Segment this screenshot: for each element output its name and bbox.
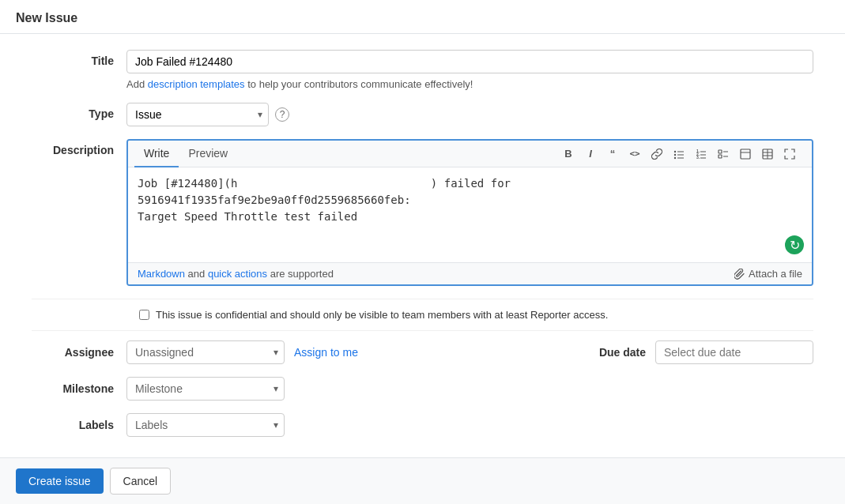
numbered-list-button[interactable]: 1. 2. 3. xyxy=(692,145,711,164)
title-input[interactable] xyxy=(126,50,813,73)
cancel-button[interactable]: Cancel xyxy=(110,468,172,495)
svg-point-1 xyxy=(674,153,676,155)
editor-toolbar: B I “ <> xyxy=(553,141,805,167)
milestone-select[interactable]: Milestone xyxy=(126,377,285,401)
svg-rect-14 xyxy=(719,155,722,158)
description-row: Description Write Preview B I “ <> xyxy=(32,139,813,286)
editor-body: Job [#124480](h ) failed for 5916941f193… xyxy=(128,167,812,262)
assign-to-me-link[interactable]: Assign to me xyxy=(294,346,358,359)
confidential-row: This issue is confidential and should on… xyxy=(32,299,813,331)
labels-select-wrapper: Labels xyxy=(126,413,285,437)
editor-footer-left: Markdown and quick actions are supported xyxy=(138,268,334,280)
type-content: Issue Incident Test Case Task ? xyxy=(126,103,813,126)
editor-footer: Markdown and quick actions are supported… xyxy=(128,262,812,284)
write-tab[interactable]: Write xyxy=(134,141,179,167)
due-date-input[interactable] xyxy=(655,340,813,364)
supported-text: are supported xyxy=(270,268,334,280)
title-label: Title xyxy=(32,50,126,67)
milestone-label: Milestone xyxy=(32,382,126,395)
svg-rect-16 xyxy=(741,149,750,159)
assignee-label: Assignee xyxy=(32,346,126,359)
form-container: Title Add description templates to help … xyxy=(0,34,845,504)
markdown-link[interactable]: Markdown xyxy=(138,268,185,280)
labels-label: Labels xyxy=(32,419,126,431)
and-text: and xyxy=(188,268,208,280)
svg-text:3.: 3. xyxy=(696,155,700,160)
link-button[interactable] xyxy=(647,145,666,164)
confidential-text: This issue is confidential and should on… xyxy=(156,309,608,321)
confidential-checkbox[interactable] xyxy=(139,310,149,320)
title-content: Add description templates to help your c… xyxy=(126,50,813,90)
editor-tab-group: Write Preview xyxy=(134,141,237,167)
editor-header: Write Preview B I “ <> xyxy=(128,141,812,167)
collapsible-button[interactable] xyxy=(736,145,755,164)
paperclip-icon xyxy=(734,269,745,280)
fullscreen-button[interactable] xyxy=(780,145,799,164)
type-label: Type xyxy=(32,103,126,120)
assignee-row: Assignee Unassigned Assign to me Due dat… xyxy=(32,340,813,364)
svg-point-0 xyxy=(674,150,676,152)
description-editor: Write Preview B I “ <> xyxy=(126,139,813,286)
help-icon[interactable]: ? xyxy=(275,107,289,122)
description-label: Description xyxy=(32,139,126,156)
quick-actions-link[interactable]: quick actions xyxy=(208,268,267,280)
type-row-inner: Issue Incident Test Case Task ? xyxy=(126,103,813,126)
description-hint: Add description templates to help your c… xyxy=(126,78,813,90)
preview-tab[interactable]: Preview xyxy=(179,141,237,167)
create-issue-button[interactable]: Create issue xyxy=(16,468,104,494)
svg-rect-12 xyxy=(719,150,722,153)
code-button[interactable]: <> xyxy=(625,145,644,164)
attach-file-button[interactable]: Attach a file xyxy=(734,268,802,280)
labels-content: Labels xyxy=(126,413,813,437)
italic-button[interactable]: I xyxy=(581,145,600,164)
type-select-wrapper: Issue Incident Test Case Task xyxy=(126,103,269,126)
due-date-section: Due date xyxy=(599,340,813,364)
assignee-content: Unassigned Assign to me xyxy=(126,340,568,364)
bullet-list-button[interactable] xyxy=(670,145,688,164)
assignee-select-wrapper: Unassigned xyxy=(126,340,285,364)
table-button[interactable] xyxy=(758,145,777,164)
footer-bar: Create issue Cancel xyxy=(0,457,845,504)
type-row: Type Issue Incident Test Case Task ? xyxy=(32,103,813,126)
labels-row: Labels Labels xyxy=(32,413,813,437)
type-select[interactable]: Issue Incident Test Case Task xyxy=(126,103,269,126)
page-header: New Issue xyxy=(0,0,845,34)
labels-select[interactable]: Labels xyxy=(126,413,285,437)
bold-button[interactable]: B xyxy=(559,145,578,164)
task-list-button[interactable] xyxy=(714,145,733,164)
title-row: Title Add description templates to help … xyxy=(32,50,813,90)
hint-middle: to help your contributors communicate ef… xyxy=(245,78,473,90)
page-title: New Issue xyxy=(16,11,77,24)
milestone-row: Milestone Milestone xyxy=(32,377,813,401)
editor-content[interactable]: Job [#124480](h ) failed for 5916941f193… xyxy=(138,175,802,254)
milestone-content: Milestone xyxy=(126,377,813,401)
due-date-label: Due date xyxy=(599,346,646,359)
quote-button[interactable]: “ xyxy=(603,145,622,164)
hint-prefix: Add xyxy=(126,78,148,90)
description-content: Write Preview B I “ <> xyxy=(126,139,813,286)
attach-file-text[interactable]: Attach a file xyxy=(749,268,802,280)
assignee-select[interactable]: Unassigned xyxy=(126,340,285,364)
description-templates-link[interactable]: description templates xyxy=(148,78,245,90)
svg-point-2 xyxy=(674,156,676,158)
milestone-select-wrapper: Milestone xyxy=(126,377,285,401)
spinner-icon: ↻ xyxy=(785,235,804,254)
